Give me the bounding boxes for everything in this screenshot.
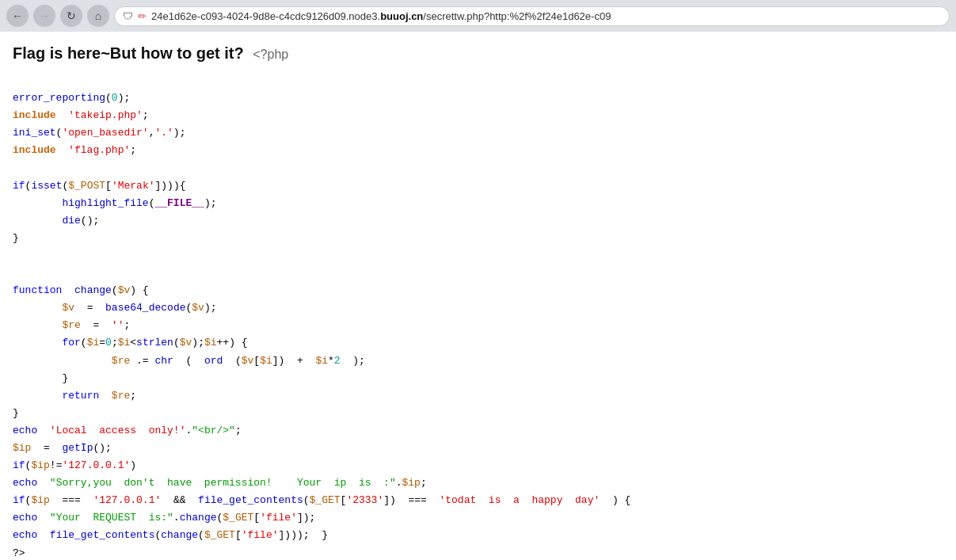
title-text: Flag is here~But how to get it? xyxy=(13,44,244,62)
url-display: 24e1d62e-c093-4024-9d8e-c4cdc9126d09.nod… xyxy=(151,10,611,22)
home-button[interactable]: ⌂ xyxy=(87,5,109,27)
php-tag: <?php xyxy=(253,48,288,61)
page-content: Flag is here~But how to get it? <?php er… xyxy=(0,32,956,560)
address-bar[interactable]: 🛡 ✏ 24e1d62e-c093-4024-9d8e-c4cdc9126d09… xyxy=(114,6,950,26)
back-button[interactable]: ← xyxy=(6,5,29,27)
reload-button[interactable]: ↻ xyxy=(60,5,82,27)
page-title: Flag is here~But how to get it? <?php xyxy=(13,44,943,63)
shield-icon: 🛡 xyxy=(123,10,133,22)
browser-chrome: ← → ↻ ⌂ 🛡 ✏ 24e1d62e-c093-4024-9d8e-c4cd… xyxy=(0,0,956,32)
url-domain-bold: buuoj.cn xyxy=(380,10,423,22)
edit-icon: ✏ xyxy=(138,10,147,22)
browser-toolbar: ← → ↻ ⌂ 🛡 ✏ 24e1d62e-c093-4024-9d8e-c4cd… xyxy=(6,5,950,27)
url-suffix: /secrettw.php?http:%2f%2f24e1d62e-c09 xyxy=(423,10,611,22)
url-prefix: 24e1d62e-c093-4024-9d8e-c4cdc9126d09.nod… xyxy=(151,10,380,22)
code-block: error_reporting(0); include 'takeip.php'… xyxy=(13,72,943,560)
forward-button[interactable]: → xyxy=(33,5,55,27)
